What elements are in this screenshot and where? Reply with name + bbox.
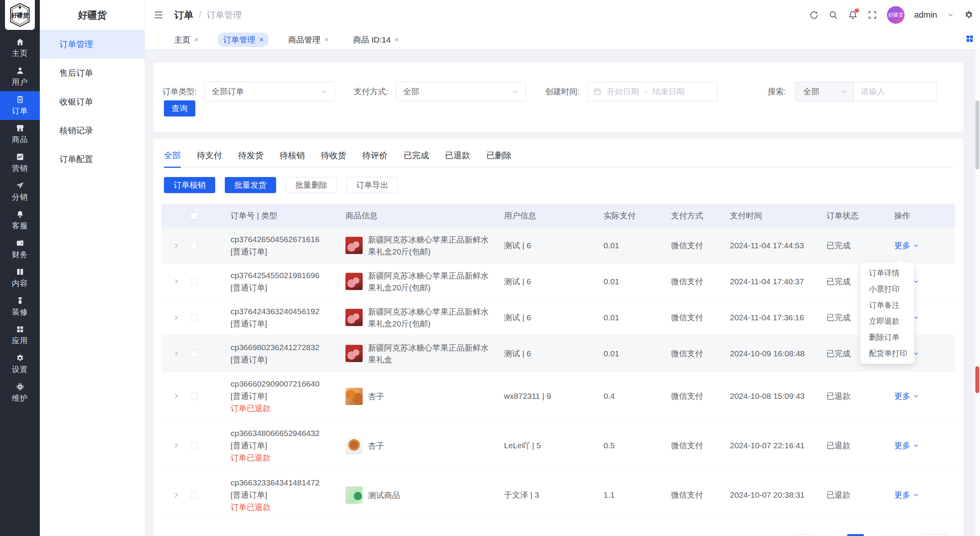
notification-bell-icon[interactable] <box>848 10 858 20</box>
submenu-item-0[interactable]: 订单管理 <box>40 30 145 59</box>
more-actions-link[interactable]: 更多 <box>882 240 955 251</box>
refresh-icon[interactable] <box>809 10 819 20</box>
submenu-item-2[interactable]: 收银订单 <box>40 87 145 116</box>
sidebar-item-maintenance[interactable]: 维护 <box>0 379 40 407</box>
status-tab-6[interactable]: 已完成 <box>404 144 429 167</box>
pagination-size-select[interactable] <box>921 534 947 536</box>
action-button-2[interactable]: 批量删除 <box>286 177 337 193</box>
pay-method-select[interactable]: 全部 <box>396 82 526 102</box>
status-tab-4[interactable]: 待收货 <box>321 144 346 167</box>
search-scope-select[interactable]: 全部 <box>795 82 854 101</box>
sidebar-item-home[interactable]: 主页 <box>0 34 40 62</box>
tab-3[interactable]: 商品 ID:14× <box>348 33 404 47</box>
row-checkbox[interactable] <box>190 350 198 357</box>
row-checkbox[interactable] <box>190 393 198 400</box>
product-image[interactable] <box>345 273 363 290</box>
submenu-item-4[interactable]: 订单配置 <box>40 145 145 174</box>
row-checkbox[interactable] <box>190 314 198 321</box>
status-tab-2[interactable]: 待发货 <box>238 144 263 167</box>
action-button-3[interactable]: 订单导出 <box>347 177 398 193</box>
tab-0[interactable]: 主页× <box>169 33 204 47</box>
menu-item-0[interactable]: 订单详情 <box>861 265 914 281</box>
search-icon[interactable] <box>828 10 838 20</box>
product-image[interactable] <box>345 309 363 326</box>
close-icon[interactable]: × <box>194 35 199 44</box>
expand-row-icon[interactable] <box>172 350 180 357</box>
chevron-down-icon[interactable] <box>947 11 954 19</box>
settings-icon <box>16 354 25 362</box>
menu-item-3[interactable]: 立即退款 <box>861 313 914 329</box>
collapse-sidebar-icon[interactable] <box>154 10 164 20</box>
row-checkbox[interactable] <box>190 442 198 449</box>
sidebar-item-order[interactable]: 订单 <box>0 91 40 120</box>
sidebar-item-content[interactable]: 内容 <box>0 264 40 292</box>
more-label: 更多 <box>894 440 910 451</box>
checkbox-cell <box>190 242 213 249</box>
order-type-select[interactable]: 全部订单 <box>205 82 335 102</box>
close-icon[interactable]: × <box>394 35 399 44</box>
tab-1[interactable]: 订单管理× <box>218 33 269 47</box>
sidebar-item-apps[interactable]: 应用 <box>0 321 40 350</box>
product-image[interactable] <box>345 487 363 504</box>
scrollbar-thumb[interactable] <box>975 100 979 169</box>
expand-row-icon[interactable] <box>172 392 180 400</box>
sidebar-item-settings[interactable]: 设置 <box>0 350 40 379</box>
pagination-prev-button[interactable] <box>795 534 814 536</box>
expand-row-icon[interactable] <box>172 242 180 249</box>
row-checkbox[interactable] <box>190 278 198 285</box>
column-header-3: 实际支付 <box>592 210 659 221</box>
submenu-item-1[interactable]: 售后订单 <box>40 59 145 87</box>
tab-layout-grid-icon[interactable] <box>965 34 974 43</box>
avatar[interactable]: 好疆货 <box>887 6 905 24</box>
product-image[interactable] <box>345 237 363 254</box>
row-checkbox[interactable] <box>190 492 198 499</box>
brand-logo[interactable]: 好疆货 <box>5 0 35 30</box>
menu-item-2[interactable]: 订单备注 <box>861 297 914 313</box>
scrollbar-marker[interactable] <box>975 366 979 393</box>
menu-item-5[interactable]: 配货单打印 <box>861 345 914 361</box>
more-actions-link[interactable]: 更多 <box>882 440 955 451</box>
search-input[interactable]: 请输入 <box>854 82 936 101</box>
status-tab-3[interactable]: 待核销 <box>280 144 305 167</box>
pagination-page-1-button[interactable] <box>847 534 864 536</box>
menu-item-4[interactable]: 删除订单 <box>861 329 914 345</box>
sidebar-item-distribution[interactable]: 分销 <box>0 177 40 206</box>
action-button-0[interactable]: 订单核销 <box>164 177 215 193</box>
status-tab-0[interactable]: 全部 <box>164 144 181 167</box>
submenu-item-3[interactable]: 核销记录 <box>40 116 145 145</box>
expand-row-icon[interactable] <box>172 278 180 285</box>
fullscreen-icon[interactable] <box>867 10 877 20</box>
product-image[interactable] <box>345 437 363 454</box>
scrollbar-track[interactable] <box>975 50 980 536</box>
sidebar-item-goods[interactable]: 商品 <box>0 120 40 149</box>
sidebar-item-decorate[interactable]: 装修 <box>0 292 40 321</box>
sidebar-item-finance[interactable]: 财务 <box>0 235 40 264</box>
status-tab-8[interactable]: 已删除 <box>486 144 512 167</box>
select-all-checkbox[interactable] <box>190 212 198 220</box>
sidebar-item-user[interactable]: 用户 <box>0 62 40 91</box>
close-icon[interactable]: × <box>259 35 264 44</box>
status-tab-7[interactable]: 已退款 <box>445 144 470 167</box>
sidebar-item-service[interactable]: 客服 <box>0 206 40 235</box>
username[interactable]: admin <box>914 10 937 20</box>
query-button[interactable]: 查询 <box>164 100 195 116</box>
expand-row-icon[interactable] <box>172 491 180 499</box>
more-actions-link[interactable]: 更多 <box>882 391 955 402</box>
close-icon[interactable]: × <box>324 35 329 44</box>
expand-row-icon[interactable] <box>172 314 180 321</box>
table-row: cp366602909007216640[普通订单]订单已退款杏子wx87231… <box>162 372 955 421</box>
date-range-input[interactable]: 开始日期 - 结束日期 <box>587 82 718 102</box>
action-button-1[interactable]: 批量发货 <box>225 177 276 193</box>
tab-2[interactable]: 商品管理× <box>283 33 334 47</box>
gear-icon[interactable] <box>964 10 974 20</box>
sidebar-item-marketing[interactable]: 营销 <box>0 149 40 177</box>
menu-item-1[interactable]: 小票打印 <box>861 281 914 297</box>
expand-row-icon[interactable] <box>172 442 180 449</box>
status-tab-5[interactable]: 待评价 <box>362 144 388 167</box>
chevron-down-icon <box>913 242 919 249</box>
product-image[interactable] <box>345 345 363 362</box>
product-image[interactable] <box>345 388 363 405</box>
more-actions-link[interactable]: 更多 <box>882 490 955 500</box>
status-tab-1[interactable]: 待支付 <box>197 144 222 167</box>
row-checkbox[interactable] <box>190 242 198 249</box>
